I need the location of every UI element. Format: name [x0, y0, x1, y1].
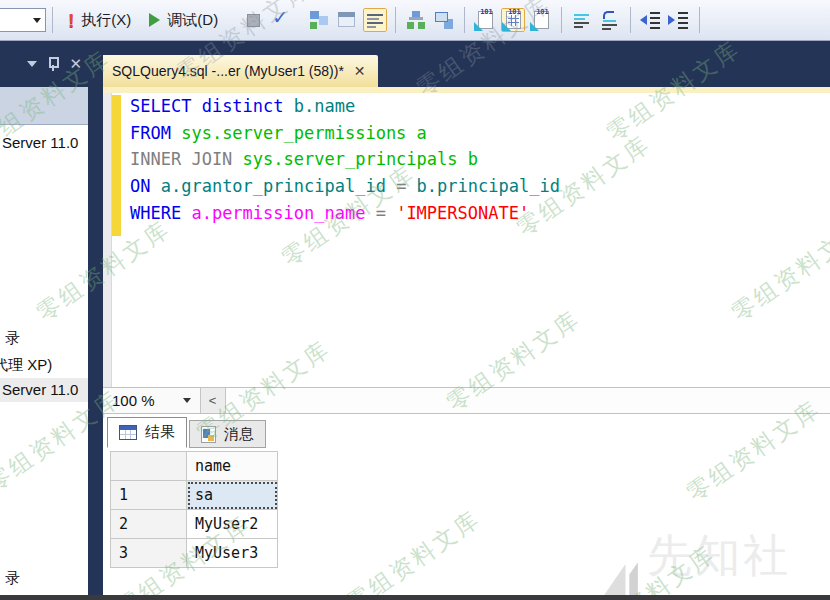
tree-item[interactable]: Server 11.0 — [2, 134, 78, 151]
code-token: a.grantor_principal_id — [161, 176, 386, 196]
close-icon[interactable]: ✕ — [354, 64, 366, 78]
change-tracking-bar — [112, 95, 121, 236]
toolbar-separator — [561, 7, 562, 33]
debug-label: 调试(D) — [167, 11, 218, 30]
document-tab[interactable]: SQLQuery4.sql -...er (MyUser1 (58))* ✕ — [100, 55, 378, 87]
results-tab-strip: 结果 消息 — [107, 417, 268, 448]
results-tab-label: 结果 — [145, 423, 175, 442]
execute-label: 执行(X) — [81, 11, 131, 30]
results-pane: 结果 消息 name1sa2MyUser23MyUser3 — [103, 414, 830, 595]
toolbar-icon-group — [227, 7, 706, 33]
grid-corner-cell[interactable] — [111, 452, 187, 481]
panel-splitter[interactable] — [88, 40, 103, 596]
table-row: 2MyUser2 — [111, 510, 278, 539]
ssms-window: ! 执行(X) 调试(D) SQLQuery4.sql -...er (MyUs… — [0, 0, 830, 600]
grid-cell[interactable]: sa — [187, 481, 278, 510]
table-row: 3MyUser3 — [111, 539, 278, 568]
tab-results[interactable]: 结果 — [107, 417, 187, 448]
tree-item[interactable]: 录 — [5, 329, 20, 348]
code-line: SELECT distinct b.name — [130, 96, 560, 123]
results-grid[interactable]: name1sa2MyUser23MyUser3 — [110, 451, 278, 568]
debug-button[interactable]: 调试(D) — [140, 11, 227, 30]
increase-indent-icon[interactable] — [667, 8, 691, 32]
code-token: a.permission_name — [191, 203, 365, 223]
chevron-down-icon[interactable] — [27, 61, 37, 67]
code-line: ON a.grantor_principal_id = b.principal_… — [130, 176, 560, 203]
grid-cell[interactable]: MyUser2 — [187, 510, 278, 539]
messages-tab-label: 消息 — [224, 425, 254, 444]
code-token: b.name — [294, 96, 355, 116]
execute-button[interactable]: ! 执行(X) — [59, 11, 140, 30]
toolbar-separator — [699, 7, 700, 33]
code-token: INNER JOIN — [130, 149, 243, 169]
object-explorer-panel: ✕ Server 11.0录代理 XP)Server 11.0录 — [0, 40, 88, 600]
code-line: WHERE a.permission_name = 'IMPERSONATE' — [130, 203, 560, 230]
tree-item[interactable]: Server 11.0 — [2, 381, 78, 398]
code-line: FROM sys.server_permissions a — [130, 123, 560, 150]
sql-code: SELECT distinct b.nameFROM sys.server_pe… — [130, 96, 560, 229]
results-to-grid-icon[interactable] — [501, 8, 525, 32]
code-token: distinct — [202, 96, 294, 116]
results-grid-icon — [119, 425, 137, 440]
tree-item[interactable]: 代理 XP) — [0, 356, 52, 375]
execute-exclamation-icon: ! — [68, 11, 74, 30]
chevron-down-icon — [183, 398, 191, 403]
client-statistics-icon[interactable] — [432, 8, 456, 32]
code-token: WHERE — [130, 203, 191, 223]
grid-column-header[interactable]: name — [187, 452, 278, 481]
zoom-value: 100 % — [112, 392, 155, 409]
table-row: 1sa — [111, 481, 278, 510]
close-icon[interactable]: ✕ — [69, 56, 82, 71]
sql-editor-toolbar: ! 执行(X) 调试(D) — [0, 0, 830, 41]
toolbar-separator — [52, 7, 53, 33]
indicator-margin — [103, 93, 112, 387]
comment-lines-icon[interactable] — [570, 8, 594, 32]
query-options-icon[interactable] — [335, 8, 359, 32]
sql-editor[interactable]: SELECT distinct b.nameFROM sys.server_pe… — [103, 93, 830, 387]
scroll-left-button[interactable]: < — [201, 388, 226, 413]
editor-bottom-bar: 100 % < — [103, 387, 830, 414]
results-to-file-icon[interactable] — [529, 8, 553, 32]
toolbar-separator — [395, 7, 396, 33]
code-token: = — [365, 203, 396, 223]
grid-cell[interactable]: MyUser3 — [187, 539, 278, 568]
code-token: SELECT — [130, 96, 202, 116]
code-token: b.principal_id — [417, 176, 560, 196]
code-token: sys.server_permissions a — [181, 123, 427, 143]
tab-messages[interactable]: 消息 — [189, 420, 266, 448]
code-line: INNER JOIN sys.server_principals b — [130, 149, 560, 176]
code-token: FROM — [130, 123, 181, 143]
decrease-indent-icon[interactable] — [639, 8, 663, 32]
grid-row-header[interactable]: 3 — [111, 539, 187, 568]
estimated-plan-icon[interactable] — [307, 8, 331, 32]
tree-item[interactable]: 录 — [5, 569, 20, 588]
sqlcmd-mode-icon[interactable] — [363, 8, 387, 32]
uncomment-lines-icon[interactable] — [598, 8, 622, 32]
debug-play-icon — [149, 13, 160, 27]
object-explorer-tree[interactable]: Server 11.0录代理 XP)Server 11.0录 — [0, 125, 88, 600]
horizontal-scrollbar[interactable] — [226, 388, 830, 413]
statusbar-edge — [0, 595, 830, 600]
code-token: = — [386, 176, 417, 196]
actual-plan-icon[interactable] — [404, 8, 428, 32]
code-token: sys.server_principals b — [243, 149, 478, 169]
code-token: ON — [130, 176, 161, 196]
results-to-text-icon[interactable] — [473, 8, 497, 32]
parse-check-icon[interactable] — [269, 8, 293, 32]
object-explorer-titlebar: ✕ — [0, 40, 88, 87]
zoom-combo[interactable]: 100 % — [103, 388, 200, 413]
grid-row-header[interactable]: 1 — [111, 481, 187, 510]
chevron-down-icon[interactable] — [33, 18, 41, 23]
document-tab-title: SQLQuery4.sql -...er (MyUser1 (58))* — [112, 63, 344, 79]
object-explorer-toolbar — [0, 87, 88, 125]
messages-icon — [201, 426, 216, 443]
active-tab-strip — [103, 87, 830, 93]
grid-row-header[interactable]: 2 — [111, 510, 187, 539]
pin-icon[interactable] — [48, 56, 58, 72]
stop-icon — [241, 8, 265, 32]
toolbar-separator — [464, 7, 465, 33]
code-token: 'IMPERSONATE' — [396, 203, 529, 223]
available-databases-combo[interactable] — [0, 8, 46, 32]
toolbar-separator — [630, 7, 631, 33]
